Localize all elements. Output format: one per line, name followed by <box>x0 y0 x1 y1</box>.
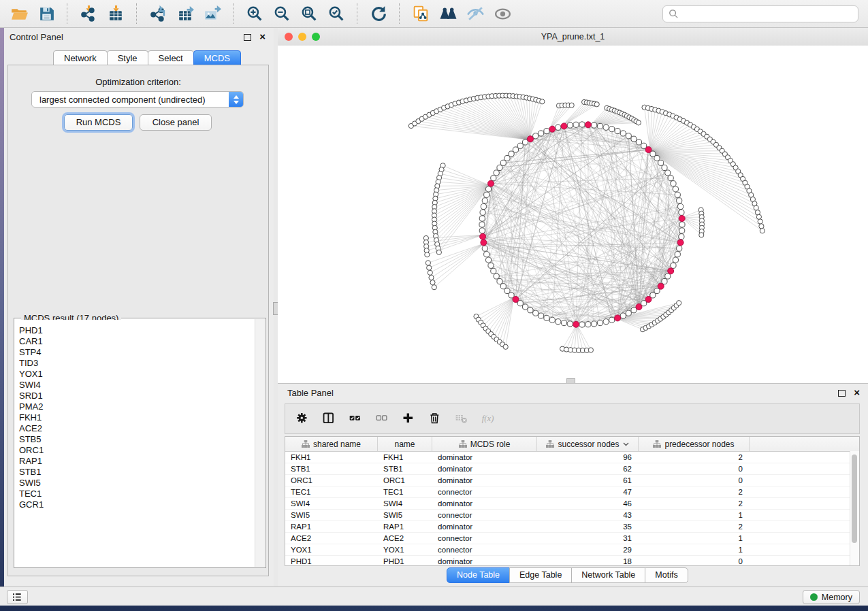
tab-node-table[interactable]: Node Table <box>447 567 510 583</box>
list-item[interactable]: STB1 <box>15 467 255 478</box>
list-item[interactable]: RAP1 <box>15 456 255 467</box>
list-item[interactable]: FKH1 <box>15 412 255 423</box>
list-item[interactable]: CAR1 <box>15 336 255 347</box>
close-panel-button[interactable]: Close panel <box>140 114 212 131</box>
split-view-button[interactable] <box>321 410 338 428</box>
tab-motifs[interactable]: Motifs <box>645 567 688 583</box>
close-panel-icon[interactable]: × <box>854 386 860 399</box>
table-row[interactable]: SWI4SWI4dominator462 <box>285 498 859 510</box>
clone-network-button[interactable] <box>408 3 433 24</box>
save-session-button[interactable] <box>34 3 59 24</box>
task-history-button[interactable] <box>7 590 28 604</box>
add-column-button[interactable] <box>400 410 418 428</box>
tab-edge-table[interactable]: Edge Table <box>509 567 572 583</box>
tab-network-table[interactable]: Network Table <box>571 567 645 583</box>
column-header-shared-name[interactable]: shared name <box>285 437 378 451</box>
list-item[interactable]: YOX1 <box>15 369 255 380</box>
table-scrollbar[interactable] <box>850 451 859 565</box>
table-row[interactable]: STB1STB1dominator620 <box>285 463 859 475</box>
table-cell: 29 <box>537 544 639 555</box>
table-cell: dominator <box>432 521 537 532</box>
table-cell: STB1 <box>285 463 378 474</box>
close-panel-icon[interactable]: × <box>259 31 266 43</box>
table-row[interactable]: TEC1TEC1connector472 <box>285 486 859 498</box>
table-cell: ORC1 <box>285 475 378 486</box>
node-table[interactable]: shared namenameMCDS rolesuccessor nodesp… <box>285 436 860 566</box>
list-item[interactable]: SRD1 <box>15 391 255 401</box>
zoom-in-button[interactable] <box>242 3 267 24</box>
open-session-button[interactable] <box>7 3 31 24</box>
column-header-name[interactable]: name <box>378 437 432 451</box>
tab-select[interactable]: Select <box>148 50 194 66</box>
dropdown-stepper-icon <box>229 92 243 107</box>
zoom-selected-button[interactable] <box>324 3 349 24</box>
table-cell: SWI5 <box>285 510 378 521</box>
table-row[interactable]: ORC1ORC1dominator610 <box>285 475 859 486</box>
search-input[interactable] <box>679 9 858 20</box>
table-cell: FKH1 <box>285 452 378 463</box>
delete-table-button[interactable] <box>453 410 471 428</box>
zoom-fit-button[interactable] <box>297 3 321 24</box>
toolbar-separator <box>399 3 400 24</box>
criterion-dropdown[interactable]: largest connected component (undirected) <box>31 91 244 108</box>
show-all-button[interactable] <box>490 3 515 24</box>
delete-column-button[interactable] <box>427 410 445 428</box>
settings-button[interactable] <box>294 410 312 428</box>
table-scrollbar-thumb[interactable] <box>852 455 857 543</box>
list-item[interactable]: PMA2 <box>15 401 255 412</box>
refresh-view-button[interactable] <box>366 3 391 24</box>
search-box[interactable] <box>662 5 858 22</box>
table-row[interactable]: SWI5SWI5connector431 <box>285 510 859 521</box>
deselect-all-button[interactable] <box>374 410 391 428</box>
float-window-icon[interactable] <box>244 34 251 41</box>
run-mcds-button[interactable]: Run MCDS <box>64 114 133 131</box>
export-network-button[interactable] <box>146 3 170 24</box>
import-table-button[interactable] <box>103 3 128 24</box>
column-header-predecessor-nodes[interactable]: predecessor nodes <box>639 437 750 451</box>
select-all-button[interactable] <box>347 410 365 428</box>
list-item[interactable]: TEC1 <box>15 489 255 499</box>
list-item[interactable]: SWI4 <box>15 380 255 391</box>
control-panel: Control Panel × NetworkStyleSelectMCDS O… <box>4 28 274 587</box>
function-builder-button[interactable]: f(x) <box>480 410 498 428</box>
table-cell: connector <box>432 544 537 555</box>
tab-network[interactable]: Network <box>53 50 108 66</box>
split-view-icon <box>322 412 337 427</box>
criterion-dropdown-value: largest connected component (undirected) <box>32 95 229 105</box>
network-view-canvas[interactable] <box>278 46 868 383</box>
list-item[interactable]: PHD1 <box>15 325 255 336</box>
import-network-button[interactable] <box>76 3 101 24</box>
table-row[interactable]: YOX1YOX1connector291 <box>285 544 859 556</box>
table-panel-tabs: Node TableEdge TableNetwork TableMotifs <box>447 567 688 583</box>
table-cell: 0 <box>639 475 750 486</box>
first-neighbors-button[interactable] <box>436 3 460 24</box>
network-graph <box>278 46 868 383</box>
tab-style[interactable]: Style <box>107 50 148 66</box>
table-row[interactable]: ACE2ACE2connector311 <box>285 533 859 544</box>
export-image-button[interactable] <box>200 3 225 24</box>
list-item[interactable]: STP4 <box>15 347 255 358</box>
column-header-MCDS-role[interactable]: MCDS role <box>432 437 537 451</box>
table-cell: 61 <box>537 475 639 486</box>
memory-button[interactable]: Memory <box>803 590 860 604</box>
list-item[interactable]: ACE2 <box>15 423 255 434</box>
list-item[interactable]: SWI5 <box>15 478 255 489</box>
tab-mcds[interactable]: MCDS <box>193 50 241 66</box>
network-window-titlebar[interactable]: YPA_prune.txt_1 <box>278 28 868 46</box>
export-table-button[interactable] <box>173 3 197 24</box>
table-row[interactable]: PHD1PHD1dominator180 <box>285 556 859 566</box>
table-cell: PHD1 <box>378 556 432 566</box>
mcds-list-scrollbar[interactable] <box>255 319 265 567</box>
float-window-icon[interactable] <box>838 390 846 397</box>
list-item[interactable]: GCR1 <box>15 499 255 510</box>
mcds-result-list[interactable]: PHD1CAR1STP4TID3YOX1SWI4SRD1PMA2FKH1ACE2… <box>15 320 255 567</box>
table-row[interactable]: RAP1RAP1dominator352 <box>285 521 859 533</box>
list-item[interactable]: STB5 <box>15 434 255 445</box>
zoom-out-button[interactable] <box>270 3 294 24</box>
hide-selected-button[interactable] <box>463 3 487 24</box>
list-item[interactable]: ORC1 <box>15 445 255 456</box>
table-cell: 1 <box>639 533 750 544</box>
list-item[interactable]: TID3 <box>15 358 255 369</box>
column-header-successor-nodes[interactable]: successor nodes <box>537 437 639 451</box>
table-row[interactable]: FKH1FKH1dominator962 <box>285 452 859 463</box>
